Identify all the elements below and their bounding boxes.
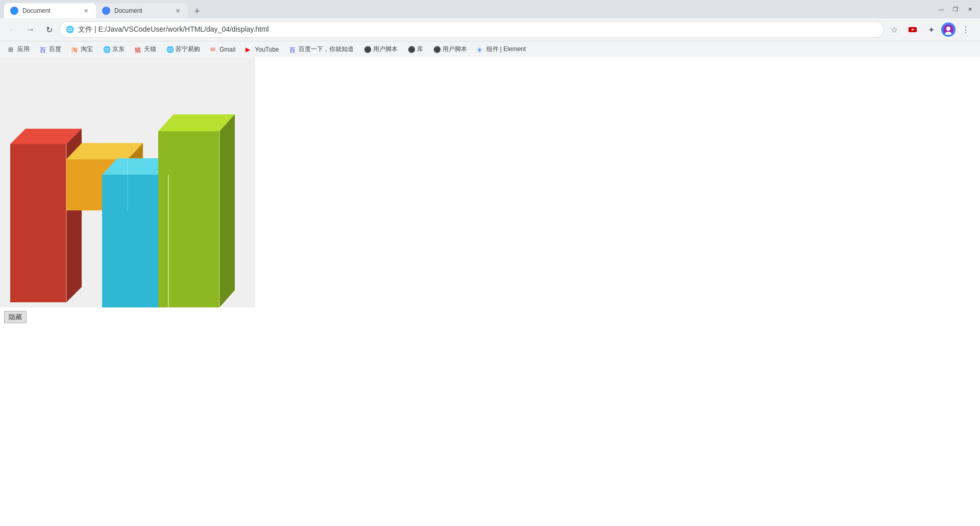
svg-marker-9: [10, 144, 66, 302]
close-button[interactable]: ✕: [964, 3, 976, 15]
page-content: 隐藏: [0, 57, 980, 526]
bookmark-jd-label: 京东: [112, 45, 125, 54]
bookmark-suning[interactable]: 🌐 苏宁易购: [162, 43, 204, 55]
apps-icon: ⊞: [8, 46, 15, 53]
svg-point-2: [103, 7, 110, 14]
svg-text:🌐: 🌐: [12, 9, 17, 14]
suning-icon: 🌐: [166, 46, 174, 53]
bookmark-gmail-label: Gmail: [219, 46, 235, 53]
bookmark-userscript1[interactable]: ⚫ 用户脚本: [360, 43, 402, 55]
extension2-button[interactable]: ✦: [923, 21, 939, 38]
userscript1-icon: ⚫: [364, 46, 371, 53]
maximize-button[interactable]: ❐: [949, 3, 962, 15]
element-icon: ◈: [477, 46, 484, 53]
bookmark-element[interactable]: ◈ 组件 | Element: [473, 43, 530, 55]
bookmark-jd[interactable]: 🌐 京东: [99, 43, 129, 55]
taobao-icon: 淘: [71, 46, 79, 53]
bookmark-button[interactable]: ☆: [886, 21, 902, 38]
bookmarks-bar: ⊞ 应用 百 百度 淘 淘宝 🌐 京东 猫 天猫 🌐 苏宁易购 ✉ Gmail …: [0, 41, 980, 57]
bookmark-gmail[interactable]: ✉ Gmail: [206, 44, 239, 55]
tab-favicon-1: 🌐: [10, 7, 18, 15]
bookmark-taobao[interactable]: 淘 淘宝: [67, 43, 97, 55]
refresh-button[interactable]: ↻: [41, 21, 57, 38]
url-bar[interactable]: 🌐 文件 | E:/Java/VSCodeUser/work/HTML/day_…: [59, 21, 884, 38]
bar-chart: [0, 57, 255, 307]
bookmark-element-label: 组件 | Element: [486, 45, 526, 54]
chart-container: [0, 57, 255, 307]
tab-title-1: Document: [22, 7, 78, 14]
minimize-button[interactable]: —: [935, 3, 947, 15]
url-text: 文件 | E:/Java/VSCodeUser/work/HTML/day_04…: [78, 25, 877, 34]
profile-button[interactable]: [941, 22, 955, 37]
back-button[interactable]: ←: [4, 21, 20, 38]
address-bar: ← → ↻ 🌐 文件 | E:/Java/VSCodeUser/work/HTM…: [0, 18, 980, 41]
tab-favicon-2: [102, 7, 110, 15]
bookmark-library-label: 库: [417, 45, 423, 54]
tab-document-1[interactable]: 🌐 Document ✕: [4, 3, 96, 18]
baidu2-icon: 百: [289, 46, 297, 53]
bookmark-apps[interactable]: ⊞ 应用: [4, 43, 34, 55]
bookmark-youtube-label: YouTube: [255, 46, 279, 53]
bookmark-library[interactable]: ⚫ 库: [404, 43, 427, 55]
bookmark-taobao-label: 淘宝: [81, 45, 93, 54]
bookmark-tianmao-label: 天猫: [144, 45, 156, 54]
tab-title-2: Document: [114, 7, 169, 14]
tab-close-2[interactable]: ✕: [174, 7, 182, 15]
extension1-button[interactable]: [904, 21, 921, 38]
url-favicon-icon: 🌐: [66, 26, 74, 34]
bookmark-suning-label: 苏宁易购: [176, 45, 200, 54]
hide-button[interactable]: 隐藏: [4, 311, 27, 323]
bookmark-baidu2-label: 百度一下，你就知道: [299, 45, 354, 54]
bookmark-userscript2[interactable]: ⚫ 用户脚本: [429, 43, 471, 55]
tab-document-2[interactable]: Document ✕: [96, 3, 188, 18]
baidu-icon: 百: [40, 46, 47, 53]
svg-marker-20: [219, 114, 235, 307]
bookmark-userscript1-label: 用户脚本: [373, 45, 398, 54]
library-icon: ⚫: [408, 46, 415, 53]
browser-window: 🌐 Document ✕ Document ✕ + — ❐ ✕ ← → ↻: [0, 0, 980, 526]
bookmark-apps-label: 应用: [17, 45, 30, 54]
jd-icon: 🌐: [103, 46, 110, 53]
bookmark-baidu[interactable]: 百 百度: [36, 43, 65, 55]
bookmark-tianmao[interactable]: 猫 天猫: [131, 43, 160, 55]
title-bar: 🌐 Document ✕ Document ✕ + — ❐ ✕: [0, 0, 980, 18]
forward-button[interactable]: →: [22, 21, 39, 38]
bookmark-youtube[interactable]: ▶ YouTube: [241, 44, 283, 55]
bookmark-userscript2-label: 用户脚本: [443, 45, 467, 54]
gmail-icon: ✉: [210, 46, 217, 53]
youtube-icon: ▶: [246, 46, 253, 53]
new-tab-button[interactable]: +: [190, 4, 204, 18]
svg-marker-18: [158, 131, 219, 307]
bookmark-baidu2[interactable]: 百 百度一下，你就知道: [285, 43, 358, 55]
tabs-area: 🌐 Document ✕ Document ✕ +: [4, 0, 931, 18]
tab-close-1[interactable]: ✕: [82, 7, 90, 15]
bookmark-baidu-label: 百度: [49, 45, 61, 54]
right-toolbar: ☆ ✦ ⋮: [886, 21, 976, 38]
svg-point-6: [946, 27, 950, 31]
window-controls: — ❐ ✕: [935, 3, 976, 15]
menu-button[interactable]: ⋮: [958, 21, 974, 38]
userscript2-icon: ⚫: [433, 46, 440, 53]
tianmao-icon: 猫: [135, 46, 142, 53]
